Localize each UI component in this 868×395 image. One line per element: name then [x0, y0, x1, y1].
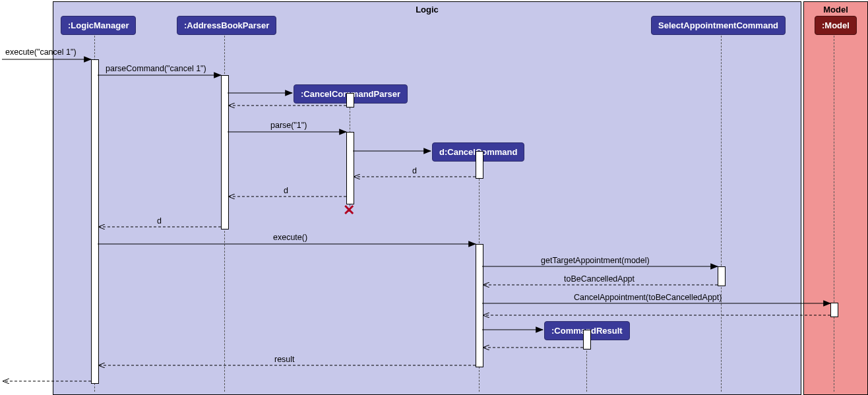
activation-cancel-cmd-1 — [476, 151, 483, 179]
msg-execute2: execute() — [273, 233, 307, 242]
msg-result: result — [274, 355, 295, 364]
activation-address-book-parser — [221, 75, 229, 229]
activation-model — [830, 303, 838, 317]
msg-d1: d — [412, 166, 417, 175]
activation-logic-manager — [91, 59, 99, 384]
activation-cancel-cmd-2 — [476, 244, 483, 367]
destroy-icon: ✕ — [343, 203, 355, 218]
lifeline-model — [834, 36, 834, 392]
msg-parse: parse("1") — [270, 121, 307, 130]
frame-logic-label: Logic — [416, 2, 439, 15]
frame-logic: Logic — [53, 1, 801, 395]
activation-command-result — [583, 330, 591, 349]
msg-to-be-cancelled: toBeCancelledAppt — [564, 274, 635, 284]
sequence-diagram: Logic Model :LogicManager :AddressBookPa… — [0, 0, 868, 395]
msg-get-target: getTargetAppointment(model) — [541, 256, 650, 265]
frame-model-label: Model — [823, 2, 848, 15]
lifeline-select-appointment-command — [721, 36, 722, 392]
activation-cancel-parser-1 — [346, 93, 354, 107]
msg-parse-command: parseCommand("cancel 1") — [106, 64, 206, 73]
activation-cancel-parser-2 — [346, 132, 354, 204]
participant-address-book-parser: :AddressBookParser — [177, 16, 276, 35]
participant-model: :Model — [815, 16, 857, 35]
activation-select — [718, 266, 726, 286]
participant-select-appointment-command: SelectAppointmentCommand — [651, 16, 786, 35]
msg-cancel-appt: CancelAppointment(toBeCancelledAppt) — [574, 293, 722, 302]
msg-d3: d — [157, 216, 162, 226]
msg-d2: d — [284, 186, 288, 195]
msg-execute1: execute("cancel 1") — [5, 47, 77, 57]
participant-logic-manager: :LogicManager — [61, 16, 136, 35]
frame-model: Model — [803, 1, 868, 395]
